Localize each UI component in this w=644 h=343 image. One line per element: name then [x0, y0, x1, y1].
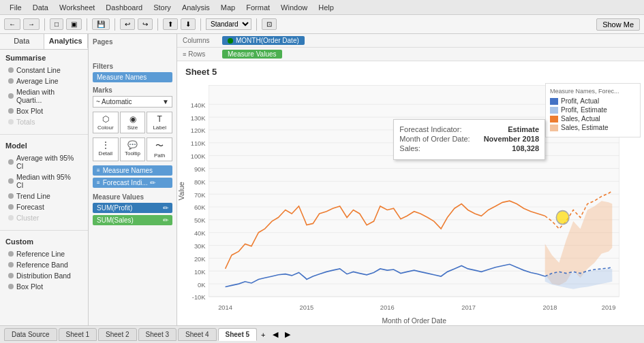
item-constant-line[interactable]: Constant Line	[5, 65, 82, 76]
rows-pill[interactable]: Measure Values	[222, 50, 282, 59]
path-button[interactable]: 〜 Path	[147, 137, 172, 161]
svg-text:100K: 100K	[191, 152, 206, 160]
forward-button[interactable]: →	[23, 18, 40, 30]
menu-bar: File Data Worksheet Dashboard Story Anal…	[0, 0, 644, 15]
legend-item-profit-estimate: Profit, Estimate	[550, 106, 636, 114]
tooltip-forecast-label: Forecast Indicator:	[399, 125, 461, 133]
model-section: Model Average with 95% CI Median with 95…	[0, 137, 88, 227]
toolbar-separator-6	[256, 18, 257, 31]
tooltip-sales-value: 108,328	[512, 144, 539, 152]
toolbar-separator-5	[200, 18, 201, 31]
menu-item-format[interactable]: Format	[241, 3, 275, 12]
chart-area: Columns MONTH(Order Date) ≡ Rows Measure…	[177, 34, 644, 325]
redo-button[interactable]: ↪	[138, 18, 153, 30]
menu-item-file[interactable]: File	[4, 3, 27, 12]
toolbar: ← → □ ▣ 💾 ↩ ↪ ⬆ ⬇ Standard ⊡ Show Me	[0, 15, 644, 34]
colour-button[interactable]: ⬡ Colour	[93, 112, 119, 133]
rows-shelf: ≡ Rows Measure Values	[177, 48, 644, 61]
item-box-plot-cus[interactable]: Box Plot	[5, 281, 82, 292]
svg-text:2014: 2014	[218, 303, 232, 310]
menu-item-help[interactable]: Help	[313, 3, 339, 12]
item-totals[interactable]: Totals	[5, 116, 82, 127]
item-dist-band[interactable]: Distribution Band	[5, 270, 82, 281]
menu-item-map[interactable]: Map	[215, 3, 241, 12]
legend-item-sales-estimate: Sales, Estimate	[550, 124, 636, 131]
svg-text:30K: 30K	[194, 242, 206, 250]
marks-type-dropdown[interactable]: ~ Automatic ▼	[93, 96, 172, 108]
item-avg-95[interactable]: Average with 95% CI	[5, 152, 82, 172]
svg-text:2017: 2017	[461, 303, 476, 310]
menu-item-analysis[interactable]: Analysis	[177, 3, 215, 12]
item-ref-band[interactable]: Reference Band	[5, 259, 82, 270]
marks-pill-measure-names[interactable]: ≡ Measure Names	[93, 165, 172, 176]
toolbar-separator-2	[87, 18, 87, 31]
menu-item-dashboard[interactable]: Dashboard	[100, 3, 148, 12]
item-box-plot-sum[interactable]: Box Plot	[5, 105, 82, 116]
item-median-95[interactable]: Median with 95% CI	[5, 172, 82, 191]
measure-values-label: Measure Values	[93, 193, 172, 201]
svg-text:2018: 2018	[543, 303, 557, 310]
legend-item-sales-actual: Sales, Actual	[550, 115, 636, 122]
svg-text:2019: 2019	[602, 303, 616, 310]
tab-data[interactable]: Data	[0, 34, 44, 49]
columns-shelf: Columns MONTH(Order Date)	[177, 34, 644, 48]
marks-section: Marks ~ Automatic ▼ ⬡ Colour ◉ Size T La…	[93, 86, 172, 188]
columns-pill[interactable]: MONTH(Order Date)	[222, 36, 305, 45]
tooltip-month-row: Month of Order Date: November 2018	[399, 135, 539, 143]
svg-text:-10K: -10K	[192, 293, 206, 301]
sort-asc-button[interactable]: ⬆	[163, 18, 178, 30]
tab-sheet-2[interactable]: Sheet 2	[98, 328, 136, 341]
item-trend-line[interactable]: Trend Line	[5, 191, 82, 201]
item-ref-line[interactable]: Reference Line	[5, 248, 82, 259]
svg-text:60K: 60K	[194, 203, 206, 211]
menu-item-data[interactable]: Data	[27, 3, 54, 12]
toolbar-separator-1	[44, 18, 45, 31]
item-median-quarti[interactable]: Median with Quarti...	[5, 86, 82, 105]
svg-text:2016: 2016	[380, 303, 395, 310]
show-me-button[interactable]: Show Me	[596, 18, 640, 31]
legend-box: Measure Names, Forec... Profit, Actual P…	[545, 83, 641, 137]
menu-item-window[interactable]: Window	[275, 3, 313, 12]
chart-body: Sheet 5	[177, 61, 644, 325]
rows-label: ≡ Rows	[183, 50, 217, 58]
size-button[interactable]: ◉ Size	[120, 112, 146, 133]
fix-axes-button[interactable]: ⊡	[262, 18, 277, 30]
back-button[interactable]: ←	[4, 18, 20, 30]
tab-sheet-3[interactable]: Sheet 3	[138, 328, 177, 341]
legend-item-profit-actual: Profit, Actual	[550, 97, 636, 105]
item-average-line[interactable]: Average Line	[5, 76, 82, 86]
menu-item-worksheet[interactable]: Worksheet	[54, 3, 100, 12]
measure-pill-sales[interactable]: SUM(Sales) ✏	[93, 215, 172, 225]
new-worksheet-button[interactable]: □	[50, 18, 63, 30]
tab-sheet-1[interactable]: Sheet 1	[59, 328, 97, 341]
undo-button[interactable]: ↩	[120, 18, 135, 30]
tab-analytics[interactable]: Analytics	[44, 34, 89, 49]
standard-dropdown[interactable]: Standard	[206, 18, 251, 30]
item-forecast[interactable]: Forecast	[5, 201, 82, 212]
filter-pill-measure-names[interactable]: Measure Names	[93, 72, 172, 82]
svg-text:Month of Order Date: Month of Order Date	[382, 316, 446, 324]
measure-pill-profit[interactable]: SUM(Profit) ✏	[93, 203, 172, 213]
summarise-section: Summarise Constant Line Average Line Med…	[0, 50, 88, 131]
marks-icons: ⬡ Colour ◉ Size T Label	[93, 112, 172, 133]
divider-1	[0, 134, 88, 135]
tab-data-source[interactable]: Data Source	[4, 328, 57, 341]
menu-item-story[interactable]: Story	[148, 3, 177, 12]
marks-pill-forecast[interactable]: ≡ Forecast Indi... ✏	[93, 178, 172, 188]
detail-button[interactable]: ⋮ Detail	[93, 137, 119, 161]
tooltip-button[interactable]: 💬 Tooltip	[120, 137, 146, 161]
tooltip-sales-row: Sales: 108,328	[399, 144, 539, 152]
item-cluster[interactable]: Cluster	[5, 212, 82, 223]
toolbar-separator-3	[114, 18, 115, 31]
svg-text:40K: 40K	[194, 229, 206, 237]
measure-values-section: Measure Values SUM(Profit) ✏ SUM(Sales) …	[93, 193, 172, 225]
chart-title: Sheet 5	[180, 64, 641, 80]
duplicate-button[interactable]: ▣	[66, 18, 82, 30]
pages-label: Pages	[93, 38, 172, 46]
tooltip-month-label: Month of Order Date:	[399, 135, 470, 143]
svg-text:110K: 110K	[191, 140, 206, 147]
save-button[interactable]: 💾	[92, 18, 110, 30]
custom-title: Custom	[5, 238, 82, 246]
label-button[interactable]: T Label	[147, 112, 172, 133]
sort-desc-button[interactable]: ⬇	[181, 18, 196, 30]
